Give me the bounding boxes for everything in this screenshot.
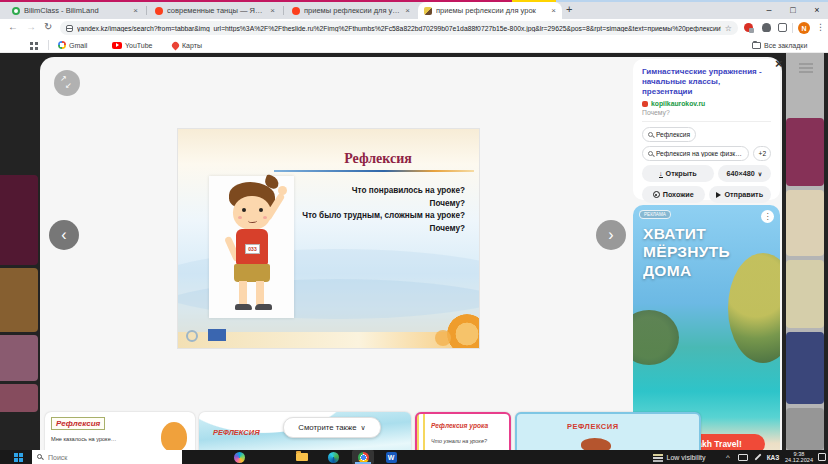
thumb-subtitle: Что узнали на уроке? xyxy=(431,438,487,444)
slide-logo-icon xyxy=(186,330,198,342)
weather-widget[interactable]: Low visibility xyxy=(640,450,718,464)
address-bar[interactable]: yandex.kz/images/search?from=tabbar&img_… xyxy=(60,21,738,35)
slide-title-underline xyxy=(274,170,474,172)
similar-button[interactable]: Похожие xyxy=(642,186,705,203)
chip-label: Рефлексия на уроке физкульту… xyxy=(656,150,743,157)
bookmark-star-icon[interactable]: ☆ xyxy=(725,24,732,33)
notification-icon xyxy=(818,453,826,461)
extension-icon[interactable] xyxy=(762,23,771,32)
tab-bar: BilimClass - BilimLand × современные тан… xyxy=(0,2,828,19)
fog-weather-icon xyxy=(653,454,663,456)
tag-chip-reflexia[interactable]: Рефлексия xyxy=(642,127,696,142)
previous-image-button[interactable]: ‹ xyxy=(49,220,79,250)
slide-question-text: Что понравилось на уроке? Почему? Что бы… xyxy=(265,185,465,236)
display-tray-icon[interactable] xyxy=(736,450,750,464)
bookmark-gmail[interactable]: Gmail xyxy=(58,37,87,53)
taskbar-clock[interactable]: 9:38 24.12.2024 xyxy=(782,450,816,464)
next-image-button[interactable]: › xyxy=(596,220,626,250)
image-favicon xyxy=(424,7,432,15)
share-button[interactable]: Отправить xyxy=(709,186,772,203)
boy-shoe xyxy=(255,304,272,310)
extension-icon[interactable] xyxy=(744,23,753,32)
tab-reflection-search[interactable]: приемы рефлексии для урок × xyxy=(286,2,416,19)
back-icon[interactable]: ← xyxy=(8,21,18,32)
close-viewer-icon[interactable]: × xyxy=(775,56,783,71)
image-title-link[interactable]: Гимнастические упражнения - начальные кл… xyxy=(642,67,771,97)
tab-title: BilimClass - BilimLand xyxy=(24,6,129,15)
screen: BilimClass - BilimLand × современные тан… xyxy=(0,0,828,464)
close-tab-icon[interactable]: × xyxy=(551,7,556,15)
close-tab-icon[interactable]: × xyxy=(133,7,138,15)
ad-tree xyxy=(633,310,679,365)
background-thumbnail xyxy=(786,260,824,328)
tag-chip-reflexia-urok[interactable]: Рефлексия на уроке физкульту… xyxy=(642,146,749,161)
tab-dances[interactable]: современные танцы — Янде × xyxy=(149,2,281,19)
ad-headline-line: МЁРЗНУТЬ xyxy=(643,243,730,261)
see-also-dropdown[interactable]: Смотрите также ∨ xyxy=(283,417,381,438)
ad-info-icon[interactable]: ⋮ xyxy=(761,210,774,223)
slide-line: Что понравилось на уроке? xyxy=(265,185,465,198)
chip-label: +2 xyxy=(759,150,767,157)
bookmark-label: Карты xyxy=(182,42,202,49)
chip-label: Рефлексия xyxy=(656,131,690,138)
panel-divider xyxy=(642,121,771,122)
chrome-taskbar-icon[interactable] xyxy=(352,450,374,464)
search-input[interactable] xyxy=(32,449,182,464)
source-link[interactable]: kopilkaurokov.ru xyxy=(642,100,771,107)
see-also-label: Смотрите также xyxy=(298,423,356,432)
slide-decor-flower xyxy=(447,314,480,349)
background-thumbnail xyxy=(786,190,824,256)
bookmark-youtube[interactable]: YouTube xyxy=(112,37,153,53)
forward-icon[interactable]: → xyxy=(26,21,36,32)
tab-reflection-image-active[interactable]: приемы рефлексии для урок × xyxy=(418,2,562,19)
main-image-slide[interactable]: Рефлексия Что понравилось на уроке? Поче… xyxy=(177,128,480,349)
tab-bilimclass[interactable]: BilimClass - BilimLand × xyxy=(6,2,144,19)
close-window-button[interactable]: × xyxy=(806,2,828,18)
open-button[interactable]: ↓ Открыть xyxy=(642,165,714,182)
browser-menu-icon[interactable]: ⋮ xyxy=(816,22,825,32)
copilot-taskbar-icon[interactable] xyxy=(230,450,248,464)
apps-grid-icon[interactable] xyxy=(30,42,33,45)
tab-title: приемы рефлексии для урок xyxy=(304,6,401,15)
background-thumbnail xyxy=(786,118,824,186)
close-tab-icon[interactable]: × xyxy=(405,7,410,15)
yandex-favicon xyxy=(292,7,300,15)
site-info-icon[interactable] xyxy=(66,25,73,32)
reading-list-icon[interactable] xyxy=(778,23,787,32)
file-explorer-taskbar-icon[interactable] xyxy=(293,450,311,464)
boy-shorts xyxy=(234,264,270,282)
minimize-button[interactable]: – xyxy=(758,2,780,18)
tag-chip-more[interactable]: +2 xyxy=(753,146,771,161)
bookmark-maps[interactable]: Карты xyxy=(172,37,202,53)
taskbar-search[interactable] xyxy=(32,450,182,464)
maximize-button[interactable]: □ xyxy=(782,2,804,18)
pen-tray-icon[interactable] xyxy=(752,450,764,464)
boy-leg xyxy=(256,281,264,305)
ad-tree xyxy=(728,253,780,363)
language-indicator[interactable]: КАЗ xyxy=(764,450,782,464)
open-label: Открыть xyxy=(666,169,697,178)
reload-icon[interactable]: ↻ xyxy=(44,21,52,32)
url-text[interactable]: yandex.kz/images/search?from=tabbar&img_… xyxy=(77,25,721,32)
notification-center-icon[interactable] xyxy=(816,450,828,464)
edge-icon xyxy=(328,452,339,463)
tray-expand-icon[interactable]: ^ xyxy=(722,450,734,464)
size-dropdown[interactable]: 640×480 ∨ xyxy=(718,165,771,182)
clock-date: 24.12.2024 xyxy=(785,457,813,463)
close-tab-icon[interactable]: × xyxy=(270,7,275,15)
ad-headline-line: ДОМА xyxy=(643,262,730,280)
viewer-card: ↗ ↙ ‹ › Рефлексия Что понравилось на уро… xyxy=(40,57,782,464)
slide-title: Рефлексия xyxy=(288,151,468,167)
boy-leg xyxy=(239,281,247,305)
new-tab-button[interactable]: + xyxy=(566,3,572,15)
start-button[interactable] xyxy=(8,450,28,464)
word-taskbar-icon[interactable]: W xyxy=(382,450,400,464)
bookmark-label: YouTube xyxy=(125,42,153,49)
similar-images-icon xyxy=(653,191,660,198)
all-bookmarks-button[interactable]: Все закладки xyxy=(752,37,807,53)
boy-eye xyxy=(259,208,263,212)
profile-avatar[interactable]: N xyxy=(798,22,810,34)
tab-title: приемы рефлексии для урок xyxy=(436,6,547,15)
expand-icon[interactable]: ↗ ↙ xyxy=(54,70,80,96)
edge-taskbar-icon[interactable] xyxy=(324,450,342,464)
